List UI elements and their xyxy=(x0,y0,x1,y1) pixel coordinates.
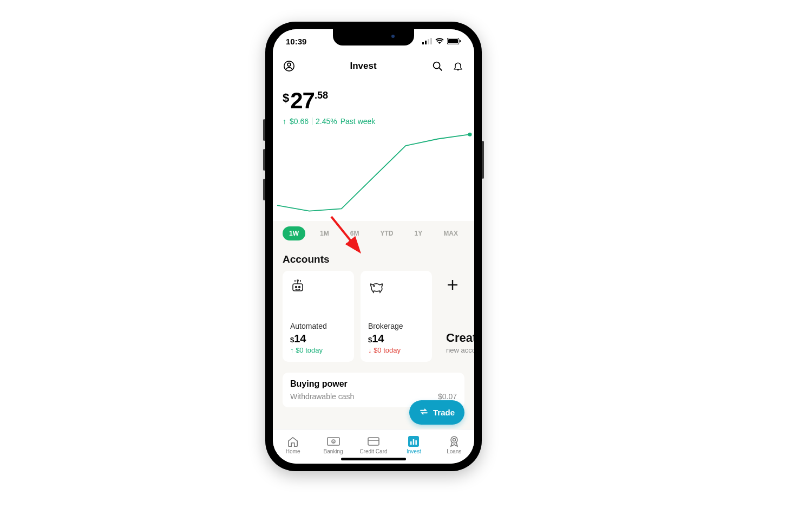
account-delta: ↓ $0 today xyxy=(368,346,424,354)
range-max[interactable]: MAX xyxy=(437,226,464,240)
account-amount: $14 xyxy=(368,333,424,345)
account-amount: $14 xyxy=(290,333,346,345)
create-title: Creat xyxy=(446,331,474,345)
balance-amount: $ 27 .58 xyxy=(283,88,464,114)
plus-icon xyxy=(446,278,474,294)
status-icons xyxy=(422,37,461,46)
account-card-brokerage[interactable]: Brokerage $14 ↓ $0 today xyxy=(361,271,432,362)
tab-label: Home xyxy=(286,448,300,454)
balance-change: ↑ $0.66 2.45% Past week xyxy=(283,117,464,126)
tab-label: Loans xyxy=(447,448,461,454)
account-name: Automated xyxy=(290,322,346,330)
tab-loans[interactable]: Loans xyxy=(438,436,470,454)
create-account-card[interactable]: Creat new acco xyxy=(438,271,474,362)
svg-rect-2 xyxy=(428,39,429,44)
svg-point-11 xyxy=(468,133,472,136)
svg-rect-30 xyxy=(413,439,415,445)
up-arrow-icon: ↑ xyxy=(283,117,286,126)
app-header: Invest xyxy=(273,53,474,79)
accounts-heading: Accounts xyxy=(273,246,474,271)
balance-cents: .58 xyxy=(315,90,328,101)
svg-point-32 xyxy=(451,437,457,443)
svg-point-16 xyxy=(297,280,298,281)
svg-point-9 xyxy=(434,62,440,69)
profile-icon[interactable] xyxy=(283,60,296,73)
svg-rect-0 xyxy=(422,42,424,44)
account-card-automated[interactable]: Automated $14 ↑ $0 today xyxy=(283,271,354,362)
svg-rect-5 xyxy=(448,39,458,43)
tab-label: Banking xyxy=(324,448,343,454)
notch xyxy=(333,29,414,45)
svg-line-10 xyxy=(439,68,442,70)
range-1y[interactable]: 1Y xyxy=(408,226,429,240)
svg-rect-6 xyxy=(460,40,461,42)
robot-icon xyxy=(290,278,346,294)
portfolio-chart[interactable] xyxy=(273,128,474,221)
balance-whole: 27 xyxy=(290,88,315,114)
badge-icon xyxy=(449,436,460,447)
status-time: 10:39 xyxy=(286,37,306,46)
tab-invest[interactable]: Invest xyxy=(397,436,430,454)
withdrawable-value: $0.07 xyxy=(438,392,457,401)
bull-icon xyxy=(368,278,424,294)
card-icon xyxy=(368,436,379,447)
svg-rect-31 xyxy=(416,440,417,445)
svg-rect-3 xyxy=(430,38,432,44)
battery-icon xyxy=(447,37,461,46)
svg-text:$: $ xyxy=(332,440,334,443)
bell-icon[interactable] xyxy=(451,60,464,73)
trade-label: Trade xyxy=(433,408,455,417)
svg-rect-1 xyxy=(425,41,427,44)
change-amount: $0.66 xyxy=(290,117,309,126)
home-indicator[interactable] xyxy=(341,458,406,460)
cash-icon: $ xyxy=(327,436,340,447)
home-icon xyxy=(287,436,299,447)
tab-credit-card[interactable]: Credit Card xyxy=(357,436,390,454)
range-6m[interactable]: 6M xyxy=(344,226,366,240)
cellular-icon xyxy=(422,37,432,46)
tab-label: Credit Card xyxy=(359,448,387,454)
account-delta: ↑ $0 today xyxy=(290,346,346,354)
swap-icon xyxy=(419,407,429,418)
range-1w[interactable]: 1W xyxy=(283,226,305,240)
svg-point-8 xyxy=(287,63,291,66)
balance-section: $ 27 .58 ↑ $0.66 2.45% Past week xyxy=(273,79,474,128)
svg-point-33 xyxy=(453,438,455,441)
buying-power-title: Buying power xyxy=(290,379,457,389)
trade-button[interactable]: Trade xyxy=(409,400,464,425)
change-period: Past week xyxy=(340,117,376,126)
range-selector: 1W 1M 6M YTD 1Y MAX xyxy=(273,221,474,246)
withdrawable-label: Withdrawable cash xyxy=(290,392,354,401)
currency-symbol: $ xyxy=(283,91,289,105)
search-icon[interactable] xyxy=(431,60,444,73)
svg-point-14 xyxy=(299,287,300,288)
tab-home[interactable]: Home xyxy=(277,436,309,454)
svg-rect-26 xyxy=(368,438,379,445)
svg-point-13 xyxy=(296,287,297,288)
screen: 10:39 Invest xyxy=(273,29,474,464)
divider xyxy=(312,118,312,125)
tab-label: Invest xyxy=(407,448,421,454)
content-area: $ 27 .58 ↑ $0.66 2.45% Past week 1W 1M xyxy=(273,79,474,429)
wifi-icon xyxy=(435,37,444,46)
svg-point-19 xyxy=(374,285,375,287)
account-name: Brokerage xyxy=(368,322,424,330)
range-ytd[interactable]: YTD xyxy=(374,226,400,240)
range-1m[interactable]: 1M xyxy=(313,226,336,240)
change-percent: 2.45% xyxy=(316,117,337,126)
accounts-row[interactable]: Automated $14 ↑ $0 today Brokerage $14 ↓… xyxy=(273,271,474,362)
phone-frame: 10:39 Invest xyxy=(265,22,482,471)
chart-icon xyxy=(408,436,419,447)
svg-rect-29 xyxy=(410,441,412,445)
create-subtitle: new acco xyxy=(446,346,474,354)
page-title: Invest xyxy=(350,61,376,71)
tab-banking[interactable]: $ Banking xyxy=(317,436,350,454)
